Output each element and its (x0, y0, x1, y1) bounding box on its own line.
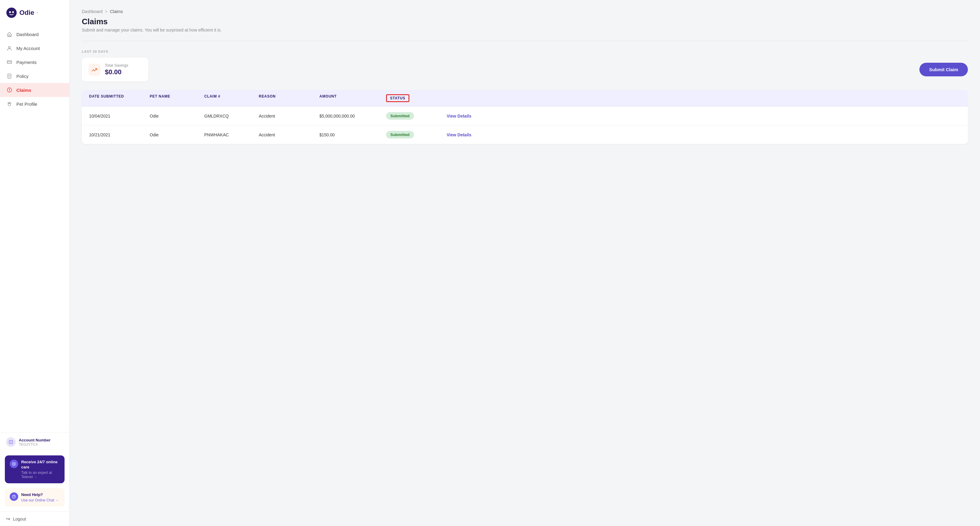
svg-rect-3 (9, 35, 10, 37)
main-content: Dashboard > Claims Claims Submit and man… (70, 0, 980, 526)
view-details-link-2[interactable]: View Details (447, 132, 471, 137)
savings-icon-wrap (89, 64, 100, 76)
breadcrumb-current: Claims (110, 9, 123, 14)
th-claim: CLAIM # (204, 94, 259, 102)
th-pet: PET NAME (150, 94, 204, 102)
period-label: LAST 30 DAYS (82, 50, 968, 53)
svg-point-14 (8, 103, 11, 106)
svg-point-1 (9, 11, 11, 13)
status-badge-2: Submitted (386, 131, 414, 138)
claims-icon (6, 87, 13, 93)
sidebar-item-policy-label: Policy (16, 74, 29, 79)
summary-row: Total Savings $0.00 Submit Claim (82, 57, 968, 81)
svg-point-0 (6, 8, 17, 18)
main-inner: Dashboard > Claims Claims Submit and man… (70, 0, 980, 153)
sidebar-item-my-account-label: My Account (16, 46, 40, 51)
status-header-highlight: STATUS (386, 94, 409, 102)
sidebar-item-claims-label: Claims (16, 87, 31, 93)
help-link: Use our Online Chat → (21, 498, 59, 502)
help-title: Need Help? (21, 493, 59, 497)
account-info: Account Number TEOJYTCX (19, 438, 51, 447)
td-pet-2: Odie (150, 132, 204, 137)
logo-text: Odie (19, 9, 34, 17)
televet-link: Talk to an expert at Televet → (21, 470, 60, 479)
svg-point-23 (14, 497, 14, 498)
logout-label: Logout (13, 516, 26, 521)
credit-card-icon (6, 59, 13, 65)
document-icon (6, 73, 13, 79)
sidebar-item-dashboard[interactable]: Dashboard (0, 27, 69, 41)
televet-icon (10, 460, 18, 468)
televet-title: Receive 24/7 online care (21, 460, 60, 470)
savings-title: Total Savings (105, 63, 128, 68)
logo-dot: · (37, 10, 38, 15)
table-row: 10/04/2021 Odie GMLDRXCQ Accident $5,000… (82, 106, 968, 126)
th-date: DATE SUBMITTED (89, 94, 150, 102)
svg-point-4 (8, 46, 10, 48)
sidebar-item-claims[interactable]: Claims (0, 83, 69, 97)
svg-point-16 (10, 103, 11, 103)
account-number-value: TEOJYTCX (19, 442, 51, 447)
savings-card: Total Savings $0.00 (82, 57, 148, 81)
breadcrumb-separator: > (105, 9, 108, 14)
odie-logo-icon (6, 7, 17, 18)
account-section: Account Number TEOJYTCX (0, 432, 69, 452)
view-details-link-1[interactable]: View Details (447, 114, 471, 118)
page-title: Claims (82, 17, 968, 26)
svg-point-17 (9, 102, 10, 103)
sidebar-item-dashboard-label: Dashboard (16, 32, 38, 37)
th-status: STATUS (386, 94, 447, 102)
savings-amount: $0.00 (105, 68, 128, 76)
sidebar-item-policy[interactable]: Policy (0, 69, 69, 83)
td-date-1: 10/04/2021 (89, 114, 150, 118)
breadcrumb: Dashboard > Claims (82, 9, 968, 14)
td-date-2: 10/21/2021 (89, 132, 150, 137)
table-header: DATE SUBMITTED PET NAME CLAIM # REASON A… (82, 90, 968, 106)
sidebar-item-payments[interactable]: Payments (0, 55, 69, 69)
td-action-1[interactable]: View Details (447, 114, 507, 118)
td-status-1: Submitted (386, 112, 447, 120)
help-promo[interactable]: Need Help? Use our Online Chat → (5, 488, 65, 507)
claims-table: DATE SUBMITTED PET NAME CLAIM # REASON A… (82, 90, 968, 144)
sidebar-item-my-account[interactable]: My Account (0, 41, 69, 55)
status-badge-1: Submitted (386, 112, 414, 120)
svg-rect-5 (7, 61, 11, 64)
sidebar-item-pet-profile[interactable]: Pet Profile (0, 97, 69, 111)
savings-info: Total Savings $0.00 (105, 63, 128, 76)
pet-icon (6, 100, 13, 107)
page-subtitle: Submit and manage your claims. You will … (82, 27, 968, 32)
user-icon (6, 45, 13, 51)
logout-icon: ↪ (6, 516, 10, 522)
th-action (447, 94, 507, 102)
televet-promo[interactable]: Receive 24/7 online care Talk to an expe… (5, 455, 65, 483)
help-icon (10, 493, 18, 501)
breadcrumb-home[interactable]: Dashboard (82, 9, 103, 14)
td-amount-1: $5,000,000,000.00 (320, 114, 386, 118)
td-claim-1: GMLDRXCQ (204, 114, 259, 118)
td-amount-2: $150.00 (320, 132, 386, 137)
td-action-2[interactable]: View Details (447, 132, 507, 137)
sidebar: Odie· Dashboard My Account (0, 0, 70, 526)
logout-item[interactable]: ↪ Logout (0, 512, 69, 526)
svg-point-13 (9, 91, 10, 92)
td-reason-2: Accident (259, 132, 320, 137)
td-status-2: Submitted (386, 131, 447, 138)
th-amount: AMOUNT (320, 94, 386, 102)
svg-point-15 (8, 103, 9, 103)
th-reason: REASON (259, 94, 320, 102)
sidebar-item-pet-profile-label: Pet Profile (16, 102, 37, 106)
svg-point-2 (12, 11, 14, 13)
sidebar-nav: Dashboard My Account Payments (0, 24, 69, 432)
home-icon (6, 31, 13, 38)
table-row: 10/21/2021 Odie PNWHAKAC Accident $150.0… (82, 126, 968, 144)
td-claim-2: PNWHAKAC (204, 132, 259, 137)
trending-up-icon (91, 66, 98, 73)
logo[interactable]: Odie· (0, 0, 69, 24)
account-number-label: Account Number (19, 438, 51, 442)
td-pet-1: Odie (150, 114, 204, 118)
td-reason-1: Accident (259, 114, 320, 118)
sidebar-item-payments-label: Payments (16, 60, 37, 65)
account-icon (6, 437, 16, 447)
svg-rect-18 (9, 440, 13, 444)
submit-claim-button[interactable]: Submit Claim (920, 63, 968, 76)
